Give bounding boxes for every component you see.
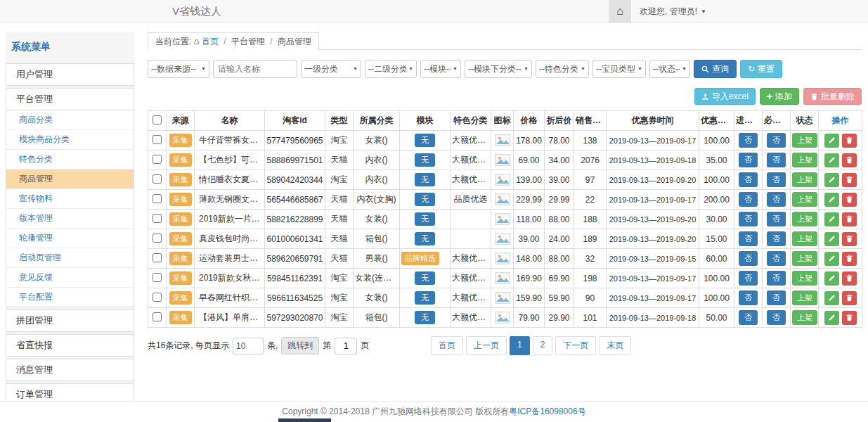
icp-link[interactable]: 粤ICP备16098006号 — [509, 407, 585, 416]
edit-button[interactable] — [824, 291, 839, 305]
module-filter[interactable]: --模块-- — [420, 60, 461, 78]
delete-button[interactable] — [842, 134, 857, 148]
import-excel-button[interactable]: 导入excel — [694, 88, 756, 105]
sidebar-subitem[interactable]: 平台配置 — [6, 288, 134, 307]
sidebar-item[interactable]: 订单管理 — [6, 383, 134, 401]
edit-button[interactable] — [824, 134, 839, 148]
status-toggle[interactable]: 上架 — [792, 310, 817, 325]
page-button[interactable]: 末页 — [599, 336, 631, 355]
sidebar-subitem[interactable]: 商品分类 — [6, 110, 134, 130]
row-checkbox[interactable] — [153, 135, 162, 144]
source-filter[interactable]: --数据来源-- — [148, 60, 209, 78]
sidebar-subitem[interactable]: 轮播管理 — [6, 229, 134, 248]
edit-button[interactable] — [824, 311, 839, 325]
batch-delete-button[interactable]: 批量删除 — [803, 88, 862, 105]
search-button[interactable]: 查询 — [694, 60, 737, 78]
breadcrumb-item[interactable]: 平台管理 — [231, 37, 265, 46]
delete-button[interactable] — [842, 193, 857, 207]
delete-button[interactable] — [842, 173, 857, 187]
edit-button[interactable] — [824, 193, 839, 207]
import-select-toggle[interactable]: 否 — [739, 251, 758, 266]
status-toggle[interactable]: 上架 — [792, 290, 817, 305]
status-toggle[interactable]: 上架 — [792, 153, 817, 167]
edit-button[interactable] — [824, 232, 839, 246]
import-select-toggle[interactable]: 否 — [739, 271, 758, 286]
sidebar-subitem[interactable]: 宣传物料 — [6, 189, 134, 209]
page-button[interactable]: 1 — [510, 336, 530, 355]
delete-button[interactable] — [842, 271, 857, 286]
delete-button[interactable] — [842, 232, 857, 246]
item-type-filter[interactable]: --宝贝类型-- — [592, 60, 646, 78]
sidebar-item[interactable]: 省直快报 — [6, 334, 134, 357]
sidebar-subitem[interactable]: 模块商品分类 — [6, 130, 134, 150]
home-button[interactable]: ⌂ — [609, 0, 631, 23]
row-checkbox[interactable] — [153, 174, 162, 184]
must-buy-toggle[interactable]: 否 — [767, 251, 786, 266]
name-search-input[interactable] — [213, 60, 297, 78]
import-select-toggle[interactable]: 否 — [739, 192, 758, 207]
row-checkbox[interactable] — [153, 312, 162, 321]
module-subcategory-filter[interactable]: --模块下分类-- — [465, 60, 532, 78]
level2-category-filter[interactable]: --二级分类-- — [365, 60, 417, 78]
status-toggle[interactable]: 上架 — [792, 251, 817, 266]
select-all-checkbox[interactable] — [153, 115, 162, 124]
reset-button[interactable]: ↻重置 — [740, 60, 782, 78]
status-filter[interactable]: --状态-- — [649, 60, 690, 78]
must-buy-toggle[interactable]: 否 — [767, 153, 786, 167]
edit-button[interactable] — [824, 252, 839, 266]
status-toggle[interactable]: 上架 — [792, 271, 817, 286]
import-select-toggle[interactable]: 否 — [739, 310, 758, 325]
row-checkbox[interactable] — [153, 234, 162, 243]
jump-page-input[interactable] — [335, 338, 357, 354]
import-select-toggle[interactable]: 否 — [739, 212, 758, 226]
row-checkbox[interactable] — [153, 293, 162, 302]
sidebar-subitem[interactable]: 商品管理 — [6, 170, 134, 189]
page-size-select[interactable]: 10 — [233, 338, 264, 354]
status-toggle[interactable]: 上架 — [792, 212, 817, 226]
must-buy-toggle[interactable]: 否 — [767, 271, 786, 286]
breadcrumb-item[interactable]: 商品管理 — [278, 37, 311, 46]
import-select-toggle[interactable]: 否 — [739, 290, 758, 305]
sidebar-subitem[interactable]: 版本管理 — [6, 209, 134, 229]
sidebar-item[interactable]: 平台管理 — [6, 88, 134, 110]
horizontal-scrollbar-thumb[interactable] — [278, 418, 331, 422]
feature-category-filter[interactable]: --特色分类-- — [536, 60, 589, 78]
row-checkbox[interactable] — [153, 214, 162, 223]
delete-button[interactable] — [842, 153, 857, 167]
edit-button[interactable] — [824, 271, 839, 286]
status-toggle[interactable]: 上架 — [792, 172, 817, 187]
page-button[interactable]: 首页 — [431, 336, 463, 355]
edit-button[interactable] — [824, 212, 839, 226]
must-buy-toggle[interactable]: 否 — [767, 310, 786, 325]
must-buy-toggle[interactable]: 否 — [767, 231, 786, 246]
import-select-toggle[interactable]: 否 — [739, 231, 758, 246]
sidebar-subitem[interactable]: 特色分类 — [6, 150, 134, 170]
status-toggle[interactable]: 上架 — [792, 192, 817, 207]
status-toggle[interactable]: 上架 — [792, 133, 817, 148]
must-buy-toggle[interactable]: 否 — [767, 212, 786, 226]
delete-button[interactable] — [842, 212, 857, 226]
delete-button[interactable] — [842, 311, 857, 325]
import-select-toggle[interactable]: 否 — [739, 133, 758, 148]
page-button[interactable]: 下一页 — [555, 336, 596, 355]
user-menu[interactable]: 欢迎您, 管理员! ▼ — [631, 0, 715, 23]
row-checkbox[interactable] — [153, 194, 162, 203]
delete-button[interactable] — [842, 291, 857, 305]
edit-button[interactable] — [824, 173, 839, 187]
must-buy-toggle[interactable]: 否 — [767, 290, 786, 305]
must-buy-toggle[interactable]: 否 — [767, 192, 786, 207]
must-buy-toggle[interactable]: 否 — [767, 133, 786, 148]
import-select-toggle[interactable]: 否 — [739, 172, 758, 187]
add-button[interactable]: +添加 — [760, 88, 799, 105]
sidebar-item[interactable]: 用户管理 — [6, 63, 134, 86]
page-button[interactable]: 上一页 — [466, 336, 507, 355]
must-buy-toggle[interactable]: 否 — [767, 172, 786, 187]
jump-button[interactable]: 跳转到 — [281, 337, 319, 354]
import-select-toggle[interactable]: 否 — [739, 153, 758, 167]
breadcrumb-home-link[interactable]: ⌂ 首页 — [194, 37, 221, 46]
row-checkbox[interactable] — [153, 155, 162, 164]
row-checkbox[interactable] — [153, 253, 162, 262]
row-checkbox[interactable] — [153, 273, 162, 282]
sidebar-subitem[interactable]: 意见反馈 — [6, 268, 134, 288]
page-button[interactable]: 2 — [533, 336, 553, 355]
